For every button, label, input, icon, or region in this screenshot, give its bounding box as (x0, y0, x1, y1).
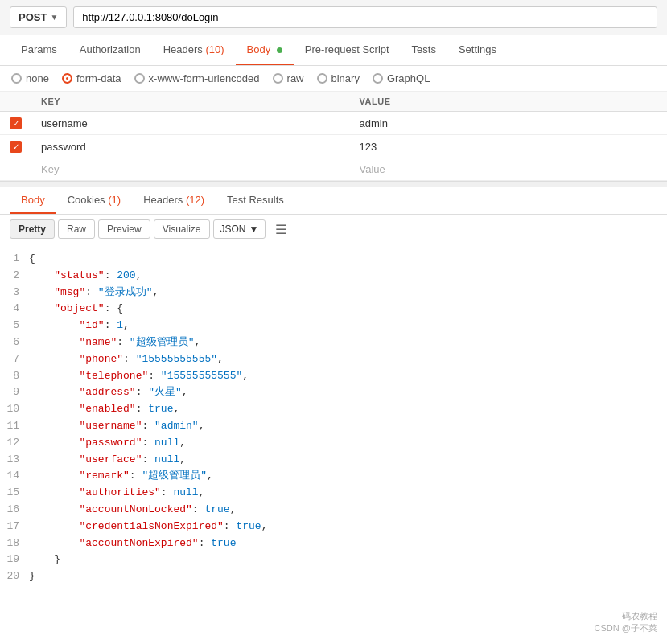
cookies-badge: (1) (108, 194, 121, 206)
headers-badge: (10) (205, 43, 224, 55)
kv-key-header: KEY (31, 92, 350, 112)
tab-authorization[interactable]: Authorization (68, 35, 152, 65)
format-raw-button[interactable]: Raw (58, 219, 95, 239)
response-tab-bar: Body Cookies (1) Headers (12) Test Resul… (0, 187, 667, 215)
line-content: "object": { (29, 301, 667, 318)
radio-circle-form-data (62, 73, 72, 84)
json-line: 3 "msg": "登录成功", (0, 285, 667, 301)
line-number: 4 (0, 301, 29, 318)
tab-tests[interactable]: Tests (401, 35, 447, 65)
radio-x-www-form-urlencoded[interactable]: x-www-form-urlencoded (134, 72, 260, 84)
json-line: 19 } (0, 552, 667, 568)
radio-circle-none (11, 73, 22, 84)
line-number: 3 (0, 285, 29, 301)
dropdown-arrow-icon: ▼ (249, 224, 259, 235)
row-3-check-cell (0, 158, 31, 181)
line-content: { (29, 251, 667, 268)
response-tab-headers[interactable]: Headers (12) (132, 187, 216, 214)
line-content: "status": 200, (29, 268, 667, 285)
line-content: } (29, 552, 667, 568)
json-line: 4 "object": { (0, 301, 667, 318)
line-number: 5 (0, 318, 29, 334)
response-tab-body[interactable]: Body (10, 187, 56, 214)
line-number: 19 (0, 552, 29, 568)
radio-circle-binary (317, 73, 327, 84)
line-content: "address": "火星", (29, 384, 667, 401)
json-line: 14 "remark": "超级管理员", (0, 468, 667, 485)
kv-value-header: VALUE (350, 92, 667, 112)
format-bar: Pretty Raw Preview Visualize JSON ▼ ☰ (0, 215, 667, 244)
line-number: 8 (0, 368, 29, 385)
json-line: 15 "authorities": null, (0, 485, 667, 502)
radio-form-data[interactable]: form-data (62, 72, 121, 84)
line-number: 17 (0, 519, 29, 535)
format-pretty-button[interactable]: Pretty (10, 219, 55, 239)
line-number: 12 (0, 435, 29, 452)
line-content: "enabled": true, (29, 401, 667, 418)
row-1-key[interactable]: username (31, 112, 350, 135)
line-content: "msg": "登录成功", (29, 285, 667, 301)
url-bar: POST ▼ (0, 0, 667, 35)
tab-body[interactable]: Body (236, 35, 294, 65)
response-tab-cookies[interactable]: Cookies (1) (56, 187, 132, 214)
response-section: Body Cookies (1) Headers (12) Test Resul… (0, 187, 667, 592)
tab-settings[interactable]: Settings (447, 35, 508, 65)
line-content: "name": "超级管理员", (29, 334, 667, 351)
tab-params[interactable]: Params (10, 35, 68, 65)
json-line: 8 "telephone": "15555555555", (0, 368, 667, 385)
row-2-checkbox[interactable]: ✓ (10, 141, 22, 153)
line-content: "telephone": "15555555555", (29, 368, 667, 385)
row-1-value[interactable]: admin (350, 112, 667, 135)
table-row: ✓ password 123 (0, 135, 667, 158)
format-preview-button[interactable]: Preview (98, 219, 150, 239)
line-number: 9 (0, 384, 29, 401)
radio-none[interactable]: none (11, 72, 49, 84)
row-3-key-placeholder[interactable]: Key (31, 158, 350, 181)
line-content: "phone": "15555555555", (29, 351, 667, 368)
json-line: 9 "address": "火星", (0, 384, 667, 401)
response-tab-test-results[interactable]: Test Results (216, 187, 295, 214)
json-line: 20} (0, 568, 667, 585)
row-2-check-cell: ✓ (0, 135, 31, 158)
line-content: "accountNonLocked": true, (29, 502, 667, 519)
line-number: 13 (0, 452, 29, 469)
url-input[interactable] (73, 6, 657, 28)
json-line: 7 "phone": "15555555555", (0, 351, 667, 368)
line-number: 1 (0, 251, 29, 268)
line-content: "accountNonExpired": true (29, 535, 667, 552)
json-line: 13 "userface": null, (0, 452, 667, 469)
line-content: "remark": "超级管理员", (29, 468, 667, 485)
radio-raw[interactable]: raw (273, 72, 304, 84)
row-3-value-placeholder[interactable]: Value (350, 158, 667, 181)
json-line: 16 "accountNonLocked": true, (0, 502, 667, 519)
format-visualize-button[interactable]: Visualize (154, 219, 210, 239)
line-number: 15 (0, 485, 29, 502)
row-2-key[interactable]: password (31, 135, 350, 158)
json-line: 18 "accountNonExpired": true (0, 535, 667, 552)
row-1-check-cell: ✓ (0, 112, 31, 135)
line-content: "authorities": null, (29, 485, 667, 502)
method-label: POST (19, 11, 47, 23)
row-2-value[interactable]: 123 (350, 135, 667, 158)
line-number: 14 (0, 468, 29, 485)
tab-headers[interactable]: Headers (10) (152, 35, 236, 65)
body-type-bar: none form-data x-www-form-urlencoded raw… (0, 66, 667, 92)
json-line: 6 "name": "超级管理员", (0, 334, 667, 351)
method-arrow: ▼ (50, 13, 58, 22)
radio-binary[interactable]: binary (317, 72, 360, 84)
tab-pre-request-script[interactable]: Pre-request Script (294, 35, 401, 65)
radio-graphql[interactable]: GraphQL (373, 72, 430, 84)
wrap-icon[interactable]: ☰ (275, 222, 286, 237)
line-content: } (29, 568, 667, 585)
format-type-dropdown[interactable]: JSON ▼ (213, 219, 266, 239)
table-row: Key Value (0, 158, 667, 181)
json-line: 11 "username": "admin", (0, 418, 667, 435)
json-line: 1{ (0, 251, 667, 268)
row-1-checkbox[interactable]: ✓ (10, 117, 22, 129)
line-number: 11 (0, 418, 29, 435)
method-select[interactable]: POST ▼ (10, 6, 67, 28)
section-divider (0, 181, 667, 187)
line-number: 2 (0, 268, 29, 285)
body-active-dot (277, 47, 282, 53)
json-line: 2 "status": 200, (0, 268, 667, 285)
